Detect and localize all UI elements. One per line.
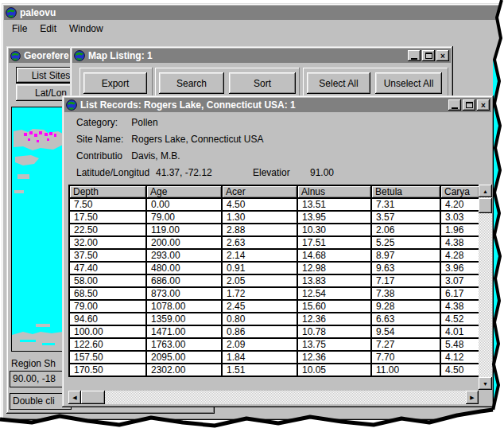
menu-edit[interactable]: Edit [40,23,56,34]
horizontal-scroll-thumb[interactable] [81,391,105,404]
table-cell[interactable]: 79.00 [146,211,222,224]
table-cell[interactable]: 1.72 [222,287,297,300]
table-cell[interactable]: 4.38 [440,236,479,249]
table-cell[interactable]: 9.54 [371,325,440,338]
list-records-titlebar[interactable]: List Records: Rogers Lake, Connecticut U… [64,98,491,112]
table-cell[interactable]: 2.88 [222,224,297,236]
table-cell[interactable]: 1.51 [222,364,297,376]
table-cell[interactable]: 15.60 [297,300,371,313]
table-cell[interactable]: 17.50 [69,211,146,224]
map-listing-maximize-button[interactable] [422,50,435,61]
table-cell[interactable]: 2.06 [371,224,440,236]
table-row[interactable]: 17.5079.001.3013.953.573.03 [69,211,479,224]
table-horizontal-scrollbar[interactable]: ◀ ▶ [68,391,479,404]
table-cell[interactable]: 200.00 [146,236,222,249]
table-cell[interactable]: 7.31 [371,198,440,211]
table-cell[interactable]: 7.38 [371,287,440,300]
map-listing-close-button[interactable]: × [436,50,449,61]
table-cell[interactable]: 94.60 [69,313,146,325]
table-cell[interactable]: 10.78 [297,325,371,338]
search-button[interactable]: Search [159,72,224,94]
column-header-betula[interactable]: Betula [371,185,440,198]
table-cell[interactable]: 8.97 [371,249,440,262]
export-button[interactable]: Export [83,72,147,94]
table-cell[interactable]: 6.17 [440,287,479,300]
table-cell[interactable]: 12.54 [297,287,371,300]
table-cell[interactable]: 4.28 [440,249,479,262]
table-row[interactable]: 32.00200.002.6317.515.254.38 [69,236,479,249]
table-cell[interactable]: 2.14 [222,249,297,262]
table-cell[interactable]: 122.60 [69,338,146,351]
table-cell[interactable]: 2.45 [222,300,297,313]
table-cell[interactable]: 17.51 [297,236,371,249]
table-cell[interactable]: 1359.00 [146,313,222,325]
table-cell[interactable]: 3.07 [440,274,479,287]
table-cell[interactable]: 170.50 [69,364,146,376]
table-cell[interactable]: 68.50 [69,287,146,300]
list-records-close-button[interactable]: × [477,99,490,111]
table-cell[interactable]: 58.00 [69,274,146,287]
table-row[interactable]: 37.50293.002.1414.688.974.28 [69,249,479,262]
table-vertical-scrollbar[interactable]: ▲ ▼ [479,185,492,390]
table-row[interactable]: 22.50119.002.8810.302.061.96 [69,224,479,236]
table-cell[interactable]: 4.12 [440,351,479,364]
table-cell[interactable]: 13.83 [297,274,371,287]
menu-file[interactable]: File [12,23,27,34]
select-all-button[interactable]: Select All [307,72,370,94]
table-cell[interactable]: 6.63 [371,313,440,325]
table-cell[interactable]: 686.00 [146,274,222,287]
table-cell[interactable]: 7.70 [371,351,440,364]
table-cell[interactable]: 10.05 [297,364,371,376]
table-cell[interactable]: 1763.00 [146,338,222,351]
table-cell[interactable]: 0.80 [222,313,297,325]
scroll-left-button[interactable]: ◀ [68,391,81,404]
table-cell[interactable]: 3.57 [371,211,440,224]
table-cell[interactable]: 0.91 [222,262,297,274]
table-cell[interactable]: 2.63 [222,236,297,249]
table-cell[interactable]: 12.36 [297,351,371,364]
table-row[interactable]: 94.601359.000.8012.366.634.52 [69,313,479,325]
scroll-down-button[interactable]: ▼ [479,377,492,390]
table-row[interactable]: 58.00686.002.0513.837.173.07 [69,274,479,287]
table-cell[interactable]: 13.51 [297,198,371,211]
table-cell[interactable]: 7.50 [69,198,146,211]
table-cell[interactable]: 13.95 [297,211,371,224]
map-listing-titlebar[interactable]: Map Listing: 1 × [72,49,451,63]
table-cell[interactable]: 2.05 [222,274,297,287]
main-titlebar[interactable]: paleovu [4,6,498,20]
table-cell[interactable]: 3.03 [440,211,479,224]
map-panel[interactable] [11,107,64,352]
table-cell[interactable]: 0.86 [222,325,297,338]
table-row[interactable]: 100.001471.000.8610.789.544.01 [69,325,479,338]
table-cell[interactable]: 293.00 [146,249,222,262]
table-cell[interactable]: 2302.00 [146,364,222,376]
table-row[interactable]: 47.40480.000.9112.989.633.96 [69,262,479,274]
table-cell[interactable]: 47.40 [69,262,146,274]
list-records-minimize-button[interactable] [448,99,461,111]
column-header-acer[interactable]: Acer [222,185,297,198]
menu-window[interactable]: Window [69,23,103,34]
column-header-age[interactable]: Age [146,185,222,198]
table-cell[interactable]: 873.00 [146,287,222,300]
table-cell[interactable]: 5.48 [440,338,479,351]
table-cell[interactable]: 9.28 [371,300,440,313]
table-cell[interactable]: 1078.00 [146,300,222,313]
table-cell[interactable]: 37.50 [69,249,146,262]
table-cell[interactable]: 100.00 [69,325,146,338]
table-cell[interactable]: 13.75 [297,338,371,351]
table-cell[interactable]: 11.00 [371,364,440,376]
table-row[interactable]: 122.601763.002.0913.757.275.48 [69,338,479,351]
table-cell[interactable]: 22.50 [69,224,146,236]
column-header-alnus[interactable]: Alnus [297,185,371,198]
table-cell[interactable]: 12.98 [297,262,371,274]
table-cell[interactable]: 9.63 [371,262,440,274]
table-cell[interactable]: 1471.00 [146,325,222,338]
table-cell[interactable]: 4.52 [440,313,479,325]
vertical-scroll-thumb[interactable] [479,198,492,213]
unselect-all-button[interactable]: Unselect All [375,72,442,94]
table-cell[interactable]: 1.30 [222,211,297,224]
table-cell[interactable]: 32.00 [69,236,146,249]
table-cell[interactable]: 79.00 [69,300,146,313]
table-cell[interactable]: 4.01 [440,325,479,338]
table-cell[interactable]: 4.50 [222,198,297,211]
